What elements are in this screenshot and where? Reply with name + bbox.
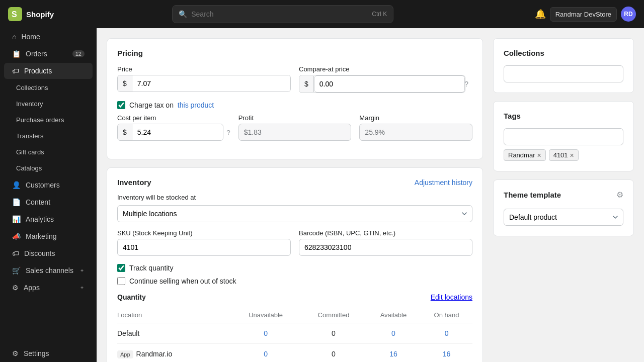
available-link[interactable]: 16 <box>389 350 397 358</box>
store-name: Randmar DevStore <box>555 11 611 18</box>
charge-tax-link[interactable]: this product <box>178 101 214 109</box>
sidebar-item-inventory[interactable]: Inventory <box>4 96 93 112</box>
sidebar-item-label: Analytics <box>26 215 54 223</box>
main-content: 🔍 Ctrl K 🔔 Randmar DevStore RD Pricing <box>97 0 644 362</box>
search-input[interactable] <box>191 10 368 18</box>
content-main: Pricing Price $ Compare-at price <box>107 38 483 352</box>
sidebar-item-marketing[interactable]: 📣 Marketing <box>4 228 93 244</box>
sidebar-item-collections[interactable]: Collections <box>4 80 93 96</box>
row-unavailable: 0 <box>230 323 301 344</box>
sidebar-item-settings[interactable]: ⚙ Settings <box>4 345 93 361</box>
sidebar-item-label: Inventory <box>16 100 43 108</box>
sidebar-item-orders[interactable]: 📋 Orders 12 <box>4 46 93 62</box>
theme-template-header: Theme template ⚙ <box>504 190 623 200</box>
store-selector-button[interactable]: Randmar DevStore <box>550 7 617 22</box>
sidebar-item-label: Collections <box>16 84 48 92</box>
sidebar-item-gift-cards[interactable]: Gift cards <box>4 144 93 160</box>
marketing-icon: 📣 <box>12 232 21 240</box>
adjustment-history-link[interactable]: Adjustment history <box>415 178 472 187</box>
sidebar-item-catalogs[interactable]: Catalogs <box>4 160 93 176</box>
row-on-hand: 0 <box>421 323 472 344</box>
tags-input[interactable] <box>504 128 623 145</box>
collections-input[interactable] <box>504 65 623 82</box>
charge-tax-checkbox[interactable] <box>117 101 125 109</box>
tag-4101: 4101 × <box>549 149 579 161</box>
available-link[interactable]: 0 <box>391 329 395 337</box>
compare-price-input[interactable] <box>314 75 465 93</box>
tag-label: Randmar <box>508 151 535 159</box>
collections-card: Collections <box>493 38 634 93</box>
pricing-title: Pricing <box>117 49 472 57</box>
sidebar-item-analytics[interactable]: 📊 Analytics <box>4 211 93 227</box>
compare-prefix: $ <box>299 76 314 92</box>
cost-input[interactable] <box>132 124 223 140</box>
sidebar-item-apps[interactable]: ⚙ Apps ＋ <box>4 280 93 296</box>
sidebar-item-label: Orders <box>26 50 47 58</box>
unavailable-link[interactable]: 0 <box>264 350 268 358</box>
products-submenu: Collections Inventory Purchase orders Tr… <box>0 79 97 176</box>
table-row: AppRandmar.io 0 0 16 16 <box>117 344 472 363</box>
row-on-hand: 16 <box>421 344 472 363</box>
track-quantity-checkbox[interactable] <box>117 264 125 272</box>
price-group: Price $ <box>117 65 291 93</box>
gear-icon[interactable]: ⚙ <box>616 190 623 200</box>
sidebar-item-products[interactable]: 🏷 Products <box>4 63 93 79</box>
quantity-table-body: Default 0 0 0 0 AppRandmar.io 0 <box>117 323 472 363</box>
sidebar-item-sales-channels[interactable]: 🛒 Sales channels ＋ <box>4 262 93 279</box>
sidebar: S Shopify ⌂ Home 📋 Orders 12 🏷 Products … <box>0 0 97 362</box>
edit-locations-link[interactable]: Edit locations <box>431 293 472 301</box>
tags-card: Tags Randmar × 4101 × <box>493 101 634 171</box>
price-input[interactable] <box>132 75 290 92</box>
sidebar-item-discounts[interactable]: 🏷 Discounts <box>4 245 93 261</box>
shopify-logo-icon: S <box>8 7 22 21</box>
sidebar-item-label: Purchase orders <box>16 116 64 124</box>
topbar: 🔍 Ctrl K 🔔 Randmar DevStore RD <box>97 0 644 28</box>
sidebar-item-customers[interactable]: 👤 Customers <box>4 177 93 193</box>
on-hand-link[interactable]: 16 <box>443 350 451 358</box>
unavailable-link[interactable]: 0 <box>264 329 268 337</box>
sku-label: SKU (Stock Keeping Unit) <box>117 229 291 237</box>
compare-help-button[interactable]: ? <box>464 80 468 88</box>
sidebar-item-label: Catalogs <box>16 164 42 172</box>
search-container[interactable]: 🔍 Ctrl K <box>172 5 393 23</box>
barcode-input[interactable] <box>299 239 472 256</box>
table-row: Default 0 0 0 0 <box>117 323 472 344</box>
inventory-card: Inventory Adjustment history Inventory w… <box>107 167 483 362</box>
svg-text:S: S <box>12 10 17 19</box>
sidebar-item-label: Apps <box>24 284 40 292</box>
compare-price-group: Compare-at price $ ? <box>299 65 472 93</box>
sidebar-item-content[interactable]: 📄 Content <box>4 194 93 210</box>
remove-tag-button[interactable]: × <box>537 152 541 159</box>
row-committed: 0 <box>301 344 366 363</box>
col-unavailable: Unavailable <box>230 307 301 323</box>
content-area: Pricing Price $ Compare-at price <box>97 28 644 362</box>
sidebar-item-purchase-orders[interactable]: Purchase orders <box>4 112 93 128</box>
avatar: RD <box>621 7 636 22</box>
remove-tag-button[interactable]: × <box>570 152 574 159</box>
theme-template-select[interactable]: Default product <box>504 209 623 226</box>
quantity-table: Location Unavailable Committed Available… <box>117 307 472 362</box>
stocked-at-group: Inventory will be stocked at Multiple lo… <box>117 194 472 222</box>
on-hand-link[interactable]: 0 <box>445 329 449 337</box>
cost-help-button[interactable]: ? <box>226 129 230 136</box>
sidebar-item-label: Transfers <box>16 132 43 140</box>
sku-barcode-row: SKU (Stock Keeping Unit) Barcode (ISBN, … <box>117 229 472 256</box>
compare-label: Compare-at price <box>299 65 472 73</box>
home-icon: ⌂ <box>12 33 16 41</box>
stocked-at-select[interactable]: Multiple locations <box>117 205 472 222</box>
row-available: 0 <box>366 323 421 344</box>
price-prefix: $ <box>118 75 132 92</box>
analytics-icon: 📊 <box>12 215 21 223</box>
notifications-button[interactable]: 🔔 <box>535 9 546 20</box>
margin-group: Margin <box>359 114 472 141</box>
sales-channels-icon: 🛒 <box>12 266 21 275</box>
content-icon: 📄 <box>12 198 21 206</box>
customers-icon: 👤 <box>12 181 21 189</box>
sidebar-item-home[interactable]: ⌂ Home <box>4 29 93 45</box>
row-unavailable: 0 <box>230 344 301 363</box>
expand-icon: ＋ <box>79 284 85 291</box>
continue-selling-checkbox[interactable] <box>117 277 125 285</box>
sidebar-item-transfers[interactable]: Transfers <box>4 128 93 144</box>
pricing-card: Pricing Price $ Compare-at price <box>107 38 483 159</box>
sku-input[interactable] <box>117 239 291 256</box>
